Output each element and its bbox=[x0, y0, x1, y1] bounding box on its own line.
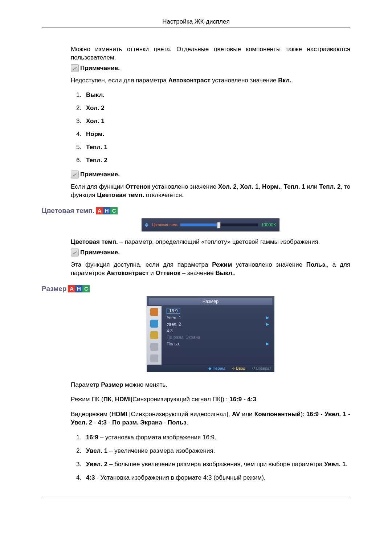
text: [Синхронизирующий сигнал ПК]) : bbox=[131, 396, 229, 403]
text: HDMI bbox=[115, 396, 131, 403]
text: Недоступен, если для параметра bbox=[71, 77, 168, 84]
text: или bbox=[240, 411, 254, 418]
text: или bbox=[305, 183, 319, 190]
menu-icon bbox=[150, 354, 158, 362]
text: - bbox=[242, 396, 247, 403]
osd-title: Размер bbox=[148, 297, 273, 305]
text: Норм. bbox=[262, 183, 280, 190]
text: Увел. 2 bbox=[167, 322, 181, 327]
size-desc: Параметр Размер можно менять. bbox=[71, 381, 350, 389]
list-item: Увел. 2 – большее увеличение размера изо… bbox=[83, 460, 350, 469]
osd-body: 16:9 Увел. 1▶ Увел. 2▶ 4:3 По разм. Экра… bbox=[147, 306, 274, 365]
text: и bbox=[148, 270, 155, 276]
text: Возврат bbox=[256, 366, 271, 370]
text: Польз. bbox=[167, 341, 180, 346]
text: Эта функция доступна, если для параметра bbox=[71, 261, 212, 268]
text: Режим ПК ( bbox=[71, 396, 103, 403]
text: , bbox=[258, 183, 262, 190]
osd-size-menu: Размер 16:9 Увел. 1▶ Увел. 2▶ 4:3 По раз… bbox=[147, 296, 274, 372]
text: 4:3 bbox=[167, 328, 173, 333]
text: Вкл. bbox=[278, 77, 291, 84]
text: - bbox=[346, 411, 350, 418]
list-item: Увел. 1 – увеличение размера изображения… bbox=[83, 447, 350, 455]
chevron-right-icon: ▶ bbox=[266, 341, 269, 346]
osd-list-item: 4:3 bbox=[167, 328, 269, 333]
footer-back: ↺ Возврат bbox=[252, 366, 271, 371]
text: . bbox=[187, 419, 188, 426]
text: – параметр, определяющий «теплоту» цвето… bbox=[118, 238, 320, 245]
badge-h-icon: H bbox=[75, 285, 82, 292]
note-icon bbox=[71, 64, 79, 72]
text: Увел. 2 bbox=[86, 461, 107, 468]
menu-icon bbox=[150, 308, 158, 316]
tone-option-list: Выкл. Хол. 2 Хол. 1 Норм. Тепл. 1 Тепл. … bbox=[71, 91, 350, 164]
text: – значение bbox=[180, 270, 216, 276]
tone-note-text: Если для функции Оттенок установлено зна… bbox=[71, 183, 350, 200]
text: - bbox=[92, 419, 98, 426]
text: Выкл. bbox=[86, 91, 105, 98]
text: 16:9 bbox=[167, 308, 180, 314]
intro-text: Можно изменить оттенки цвета. Отдельные … bbox=[71, 45, 350, 62]
heading-text: Размер bbox=[42, 285, 66, 293]
text: По разм. Экрана bbox=[112, 419, 162, 426]
note: Примечание. bbox=[71, 64, 350, 72]
text: Польз bbox=[168, 419, 187, 426]
text: можно менять. bbox=[123, 381, 167, 388]
text: . bbox=[234, 270, 236, 276]
text: Увел. 1 bbox=[324, 411, 346, 418]
text: Тепл. 1 bbox=[284, 183, 305, 190]
menu-icon bbox=[150, 331, 158, 339]
chevron-right-icon: ▶ bbox=[266, 322, 269, 327]
osd-color-temp-slider: Цветовая темп. 10000K bbox=[142, 218, 279, 231]
badge-a-icon: A bbox=[68, 285, 75, 292]
text: Цветовая темп. bbox=[97, 192, 144, 198]
badge-a-icon: A bbox=[96, 207, 103, 214]
chevron-right-icon: ▶ bbox=[266, 315, 269, 320]
note-label: Примечание. bbox=[80, 249, 120, 256]
list-item: 4:3 - Установка изображения в формате 4:… bbox=[83, 474, 350, 482]
text: Размер bbox=[101, 381, 123, 388]
osd-list-item-selected: 16:9 bbox=[167, 308, 269, 314]
list-item: 16:9 – установка формата изображения 16:… bbox=[83, 434, 350, 442]
badge-h-icon: H bbox=[103, 207, 110, 214]
note-icon bbox=[71, 171, 79, 178]
slider-thumb bbox=[217, 222, 221, 229]
osd-list-item: Польз.▶ bbox=[167, 341, 269, 346]
pc-mode-text: Режим ПК (ПК, HDMI[Синхронизирующий сигн… bbox=[71, 395, 350, 404]
osd-list: 16:9 Увел. 1▶ Увел. 2▶ 4:3 По разм. Экра… bbox=[162, 306, 274, 365]
text: Польз. bbox=[306, 261, 327, 268]
mode-badges: A H C bbox=[68, 285, 90, 292]
text: Ввод bbox=[236, 366, 245, 370]
text: Увел. 1 bbox=[167, 315, 181, 320]
text: установлено значение bbox=[152, 183, 218, 190]
mode-badges: A H C bbox=[96, 207, 118, 214]
osd-footer: ◆ Перем. ⎆ Ввод ↺ Возврат bbox=[147, 365, 274, 372]
text: Видеорежим ( bbox=[71, 411, 111, 418]
text: Хол. 1 bbox=[86, 118, 105, 124]
osd-titlebar: Размер bbox=[147, 297, 274, 306]
list-item: Хол. 2 bbox=[83, 104, 350, 112]
size-option-list: 16:9 – установка формата изображения 16:… bbox=[71, 434, 350, 482]
slider-fill bbox=[180, 223, 219, 226]
slider-track bbox=[180, 223, 258, 226]
text: установлено значение bbox=[236, 261, 306, 268]
section-heading-color-temp: Цветовая темп. A H C bbox=[42, 207, 350, 215]
text: Выкл. bbox=[215, 270, 234, 276]
text: 4:3 bbox=[98, 419, 107, 426]
note-label: Примечание. bbox=[80, 171, 120, 178]
text: 4:3 bbox=[86, 474, 95, 481]
text: Режим bbox=[212, 261, 236, 268]
note-icon bbox=[71, 249, 79, 257]
text: - bbox=[319, 411, 324, 418]
badge-c-icon: C bbox=[110, 207, 118, 214]
text: Если для функции bbox=[71, 183, 125, 190]
arrows bbox=[142, 223, 151, 227]
text: – большее увеличение размера изображения… bbox=[107, 461, 324, 468]
text: Компонентный bbox=[254, 411, 301, 418]
text: 16:9 bbox=[229, 396, 242, 403]
unavailable-text: Недоступен, если для параметра Автоконтр… bbox=[71, 77, 350, 85]
text: - bbox=[162, 419, 168, 426]
note: Примечание. bbox=[71, 249, 350, 257]
text: 4:3 bbox=[247, 396, 256, 403]
text: . bbox=[291, 77, 293, 84]
